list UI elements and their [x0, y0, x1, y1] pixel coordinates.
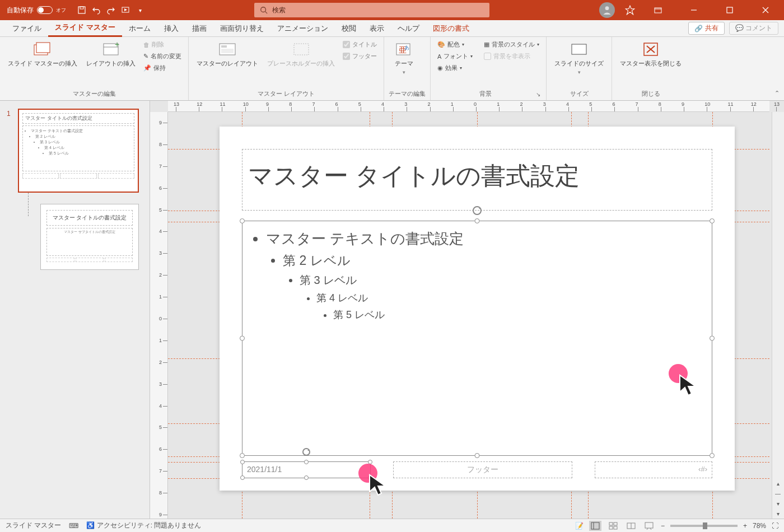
insert-slide-master-button[interactable]: スライド マスターの挿入: [4, 39, 81, 69]
slide-size-button[interactable]: スライドのサイズ ▾: [551, 39, 607, 78]
tab-review[interactable]: 校閲: [335, 20, 363, 37]
next-slide-icon[interactable]: ▾: [772, 508, 783, 519]
page-number-placeholder[interactable]: ‹#›: [595, 461, 712, 478]
user-avatar[interactable]: [599, 2, 615, 18]
group-edit-theme: 亜あ テーマ ▾ テーマの編集: [384, 37, 431, 100]
resize-handle[interactable]: [304, 475, 309, 480]
themes-button[interactable]: 亜あ テーマ ▾: [389, 39, 419, 78]
resize-handle[interactable]: [240, 475, 245, 480]
colors-icon: 🎨: [437, 41, 445, 48]
effects-button[interactable]: ◉効果 ▾: [435, 63, 475, 73]
next-slide-icon[interactable]: ▾: [772, 498, 783, 508]
coming-soon-icon[interactable]: [625, 5, 635, 15]
tab-view[interactable]: 表示: [363, 20, 391, 37]
canvas-area: 13121110987654321012345678910111213 9876…: [150, 101, 784, 519]
qat-more-icon[interactable]: ▾: [136, 6, 144, 15]
bg-styles-button[interactable]: ▦背景のスタイル ▾: [482, 39, 542, 50]
background-launcher-icon[interactable]: ↘: [536, 91, 542, 97]
thumb2-title: マスター タイトルの書式設定: [46, 210, 133, 226]
master-layout-button[interactable]: マスターのレイアウト: [193, 39, 262, 69]
title-checkbox[interactable]: タイトル: [340, 39, 379, 50]
slideshow-view-button[interactable]: [643, 521, 655, 531]
maximize-button[interactable]: [717, 0, 743, 20]
reading-view-button[interactable]: [625, 521, 637, 531]
svg-rect-35: [614, 526, 617, 529]
title-placeholder[interactable]: マスター タイトルの書式設定: [242, 149, 712, 211]
collapse-ribbon-icon[interactable]: ⌃: [774, 90, 780, 97]
search-box[interactable]: 検索: [254, 3, 489, 17]
tab-shape-format[interactable]: 図形の書式: [426, 20, 476, 37]
group-master-layout-label: マスター レイアウト: [193, 90, 379, 99]
svg-rect-24: [572, 44, 586, 54]
page-number-text: ‹#›: [698, 465, 707, 473]
footer-checkbox[interactable]: フッター: [340, 51, 379, 62]
footer-placeholder[interactable]: フッター: [393, 461, 572, 478]
thumb-l4: 第 4 レベル: [44, 145, 132, 151]
notes-button[interactable]: 📝: [575, 522, 584, 530]
comments-button[interactable]: 💬 コメント: [729, 22, 778, 35]
body-l2: 第 2 レベル: [283, 252, 702, 269]
canvas-inner[interactable]: マスター タイトルの書式設定 マスター テキストの書式設定: [168, 112, 769, 519]
save-icon[interactable]: [77, 6, 86, 15]
resize-handle[interactable]: [240, 218, 245, 223]
undo-icon[interactable]: [92, 6, 101, 15]
ribbon-display-icon[interactable]: [645, 0, 671, 20]
insert-layout-button[interactable]: + レイアウトの挿入: [83, 39, 139, 69]
preserve-button[interactable]: 📌保持: [141, 63, 184, 73]
minimize-button[interactable]: [681, 0, 707, 20]
resize-handle[interactable]: [710, 218, 715, 223]
tab-draw[interactable]: 描画: [185, 20, 213, 37]
resize-handle[interactable]: [240, 453, 245, 458]
slide-thumbnails: 1 マスター タイトルの書式設定 マスター テキストの書式設定 第 2 レベル …: [0, 101, 150, 519]
group-edit-master-label: マスターの編集: [4, 90, 184, 99]
close-button[interactable]: [753, 0, 778, 20]
svg-rect-20: [294, 44, 309, 55]
tab-animations[interactable]: アニメーション: [270, 20, 335, 37]
resize-handle[interactable]: [710, 336, 715, 341]
svg-point-5: [605, 6, 609, 10]
autosave-toggle[interactable]: 自動保存 オフ: [7, 6, 66, 15]
rotation-handle-icon[interactable]: [302, 447, 311, 456]
prev-slide-icon[interactable]: ▴: [772, 478, 783, 488]
master-thumbnail[interactable]: マスター タイトルの書式設定 マスター テキストの書式設定 第 2 レベル 第 …: [18, 109, 139, 193]
tab-transitions[interactable]: 画面切り替え: [213, 20, 270, 37]
slide-canvas[interactable]: マスター タイトルの書式設定 マスター テキストの書式設定: [220, 127, 735, 491]
hide-bg-label: 背景を非表示: [493, 52, 530, 60]
zoom-out-button[interactable]: −: [661, 522, 665, 530]
tab-slide-master[interactable]: スライド マスター: [48, 20, 122, 37]
tab-insert[interactable]: 挿入: [157, 20, 185, 37]
layout-thumbnail[interactable]: マスター タイトルの書式設定 マスター サブタイトルの書式設定: [40, 204, 139, 270]
thumb-l5: 第 5 レベル: [49, 151, 132, 156]
resize-handle[interactable]: [240, 460, 245, 464]
vertical-scrollbar[interactable]: ▴ — ▾ ▾: [772, 112, 784, 519]
resize-handle[interactable]: [240, 336, 245, 341]
redo-icon[interactable]: [106, 6, 115, 15]
close-master-view-button[interactable]: マスター表示を閉じる: [617, 39, 685, 69]
language-icon[interactable]: ⌨: [69, 522, 78, 530]
sorter-view-button[interactable]: [607, 521, 619, 531]
resize-handle[interactable]: [475, 218, 480, 223]
tab-help[interactable]: ヘルプ: [391, 20, 426, 37]
rename-button[interactable]: ✎名前の変更: [141, 51, 184, 62]
tab-file[interactable]: ファイル: [6, 20, 48, 37]
zoom-in-button[interactable]: +: [743, 522, 747, 530]
fit-to-window-button[interactable]: ⛶: [772, 522, 778, 530]
share-button[interactable]: 🔗共有: [688, 22, 725, 35]
colors-button[interactable]: 🎨配色 ▾: [435, 39, 475, 50]
date-placeholder[interactable]: 2021/11/1: [242, 461, 371, 478]
resize-handle[interactable]: [710, 453, 715, 458]
zoom-level[interactable]: 78%: [753, 522, 766, 530]
zoom-slider[interactable]: [670, 525, 738, 527]
autosave-label: 自動保存: [7, 6, 34, 15]
rotation-handle-icon[interactable]: [472, 206, 482, 216]
fonts-label: フォント: [444, 52, 468, 60]
fonts-button[interactable]: Aフォント ▾: [435, 51, 475, 62]
tab-home[interactable]: ホーム: [122, 20, 157, 37]
resize-handle[interactable]: [475, 453, 480, 458]
slideshow-icon[interactable]: [121, 6, 130, 15]
resize-handle[interactable]: [304, 460, 309, 464]
accessibility-status[interactable]: ♿ アクセシビリティ: 問題ありません: [86, 521, 201, 530]
rename-label: 名前の変更: [151, 52, 181, 60]
body-placeholder[interactable]: マスター テキストの書式設定 第 2 レベル 第 3 レベル 第 4 レベル 第…: [242, 221, 712, 456]
normal-view-button[interactable]: [589, 521, 601, 531]
